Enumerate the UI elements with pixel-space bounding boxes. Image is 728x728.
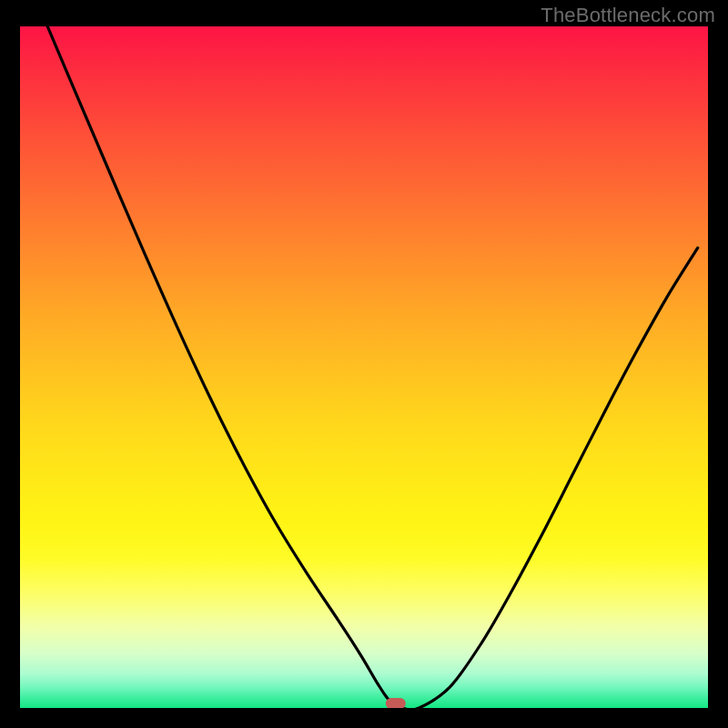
- plot-area: [20, 26, 708, 708]
- minimum-marker-rect: [386, 698, 406, 708]
- chart-frame: TheBottleneck.com: [0, 0, 728, 728]
- minimum-marker: [20, 26, 708, 708]
- watermark-text: TheBottleneck.com: [541, 4, 715, 27]
